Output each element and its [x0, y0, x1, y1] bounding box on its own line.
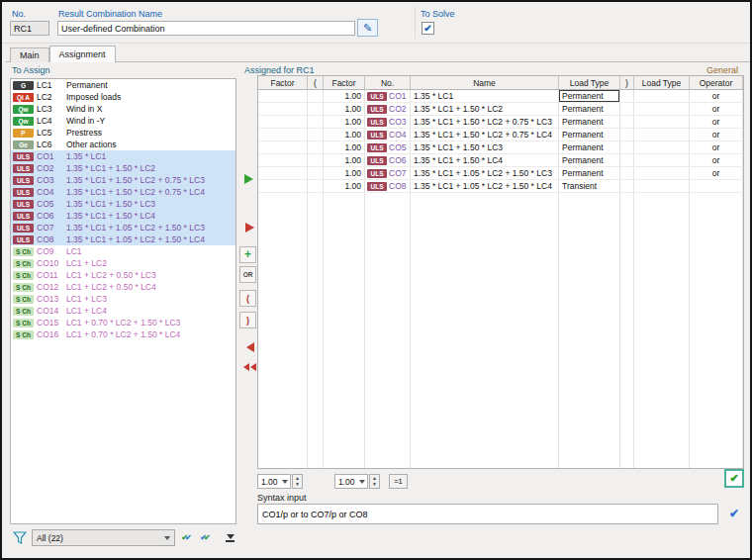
to-assign-item-co12[interactable]: S ChCO12LC1 + LC2 + 0.50 * LC4 [11, 281, 235, 293]
to-assign-item-co8[interactable]: ULSCO81.35 * LC1 + 1.05 * LC2 + 1.50 * L… [11, 233, 235, 245]
open-paren-cell [308, 90, 324, 102]
to-assign-item-co9[interactable]: S ChCO9LC1 [11, 245, 235, 257]
remove-button[interactable] [244, 341, 256, 353]
assigned-row-co5[interactable]: 1.00ULSCO51.35 * LC1 + 1.50 * LC3Permane… [258, 141, 743, 154]
to-assign-item-co10[interactable]: S ChCO10LC1 + LC2 [11, 257, 235, 269]
to-assign-item-co14[interactable]: S ChCO14LC1 + LC4 [11, 305, 235, 317]
load-type-cell[interactable]: Permanent [559, 167, 620, 179]
case-id: CO7 [37, 223, 66, 233]
case-id: LC5 [37, 128, 66, 138]
assigned-row-co7[interactable]: 1.00ULSCO71.35 * LC1 + 1.05 * LC2 + 1.50… [258, 167, 743, 180]
column-header--: ( [308, 76, 324, 89]
tab-main[interactable]: Main [10, 47, 49, 62]
case-description: 1.35 * LC1 + 1.50 * LC3 [66, 199, 235, 209]
load-type-cell[interactable]: Permanent [559, 141, 620, 153]
outer-factor-cell [258, 129, 308, 140]
filter-dropdown[interactable]: All (22) [32, 529, 175, 546]
factor-left-spinner[interactable]: 1.00 [257, 474, 291, 489]
to-assign-item-co1[interactable]: ULSCO11.35 * LC1 [11, 150, 235, 162]
to-assign-item-lc4[interactable]: QwLC4Wind in -Y [11, 115, 235, 127]
to-assign-item-lc3[interactable]: QwLC3Wind in X [11, 103, 235, 115]
remove-all-button[interactable] [240, 361, 258, 373]
scroll-to-bottom-button[interactable] [222, 530, 238, 546]
load-type-cell[interactable]: Permanent [559, 116, 620, 128]
to-assign-item-lc2[interactable]: Qi ALC2Imposed loads [11, 91, 235, 103]
load-type-2-cell [634, 103, 690, 115]
case-description: Other actions [66, 140, 235, 149]
case-id: CO6 [37, 211, 66, 221]
column-header-factor: Factor [324, 76, 365, 89]
add-button[interactable]: + [239, 246, 256, 263]
to-assign-item-co15[interactable]: S ChCO15LC1 + 0.70 * LC2 + 1.50 * LC3 [11, 317, 235, 328]
load-type-cell[interactable]: Permanent [559, 90, 620, 102]
close-paren-cell [620, 103, 634, 115]
factor-right-spinner[interactable]: 1.00 [334, 474, 368, 489]
tab-assignment[interactable]: Assignment [49, 46, 116, 62]
or-operator-button[interactable]: OR [239, 266, 256, 283]
to-assign-item-co7[interactable]: ULSCO71.35 * LC1 + 1.05 * LC2 + 1.50 * L… [11, 222, 235, 233]
category-badge-uls: ULS [367, 156, 387, 165]
load-type-cell[interactable]: Permanent [559, 154, 620, 166]
load-type-2-cell [634, 167, 690, 179]
to-assign-item-co11[interactable]: S ChCO11LC1 + LC2 + 0.50 * LC3 [11, 269, 235, 281]
apply-button[interactable]: ✔ [724, 469, 744, 488]
load-type-2-cell [634, 141, 690, 153]
to-assign-item-lc5[interactable]: PLC5Prestress [11, 127, 235, 139]
to-assign-item-co16[interactable]: S ChCO16LC1 + 0.70 * LC2 + 1.50 * LC4 [11, 328, 235, 340]
syntax-confirm-button[interactable]: ✔ [724, 505, 744, 522]
to-assign-item-co5[interactable]: ULSCO51.35 * LC1 + 1.50 * LC3 [11, 198, 235, 210]
load-type-cell[interactable]: Transient [559, 180, 620, 192]
factor-right-stepper[interactable]: ▲▼ [369, 474, 380, 489]
case-id: CO2 [37, 163, 66, 173]
category-badge-uls: ULS [367, 118, 387, 127]
filter-button[interactable] [10, 529, 30, 546]
case-id: CO15 [37, 318, 66, 327]
combination-id: CO2 [389, 104, 406, 114]
open-paren-button[interactable]: ( [239, 290, 256, 307]
factor-left-stepper[interactable]: ▲▼ [292, 474, 303, 489]
check-icon: ✔ [423, 24, 431, 34]
column-header-load-type: Load Type [634, 76, 690, 89]
combination-id: CO4 [389, 130, 406, 140]
chevron-down-icon [282, 480, 288, 484]
to-assign-item-lc6[interactable]: GeLC6Other actions [11, 139, 235, 150]
assigned-row-co2[interactable]: 1.00ULSCO21.35 * LC1 + 1.50 * LC2Permane… [258, 103, 743, 116]
column-header-factor: Factor [258, 76, 308, 89]
check-all-button[interactable]: ✔✔ [178, 530, 195, 546]
case-id: LC6 [37, 140, 66, 149]
to-solve-checkbox[interactable]: ✔ [422, 22, 434, 35]
sum-equals-one-button[interactable]: =1 [389, 474, 408, 489]
to-assign-item-co4[interactable]: ULSCO41.35 * LC1 + 1.50 * LC2 + 0.75 * L… [11, 186, 235, 198]
syntax-input[interactable] [257, 504, 718, 524]
to-assign-item-co2[interactable]: ULSCO21.35 * LC1 + 1.50 * LC2 [11, 162, 235, 174]
no-cell: ULSCO2 [365, 103, 411, 115]
to-assign-item-lc1[interactable]: GLC1Permanent [11, 79, 235, 91]
assigned-row-co4[interactable]: 1.00ULSCO41.35 * LC1 + 1.50 * LC2 + 0.75… [258, 129, 743, 141]
assigned-row-co6[interactable]: 1.00ULSCO61.35 * LC1 + 1.50 * LC4Permane… [258, 154, 743, 167]
name-cell: 1.35 * LC1 + 1.50 * LC2 [411, 103, 559, 115]
syntax-input-label: Syntax input [257, 493, 307, 503]
assign-right-button[interactable] [242, 221, 256, 234]
load-type-cell[interactable]: Permanent [559, 129, 620, 140]
case-id: CO10 [37, 258, 66, 268]
close-paren-button[interactable]: ) [239, 312, 256, 328]
category-badge-uls: ULS [367, 143, 387, 152]
tab-bar: Main Assignment [10, 46, 116, 62]
assigned-row-co1[interactable]: 1.00ULSCO11.35 * LC1Permanentor [258, 90, 743, 103]
column-header-load-type: Load Type [559, 76, 620, 89]
close-paren-label: ) [246, 316, 249, 326]
name-input[interactable] [57, 21, 355, 36]
case-id: LC3 [37, 104, 66, 114]
case-description: 1.35 * LC1 [66, 151, 235, 161]
assigned-row-co8[interactable]: 1.00ULSCO81.35 * LC1 + 1.05 * LC2 + 1.50… [258, 180, 743, 193]
load-type-2-cell [634, 129, 690, 140]
load-type-cell[interactable]: Permanent [559, 103, 620, 115]
to-assign-item-co3[interactable]: ULSCO31.35 * LC1 + 1.50 * LC2 + 0.75 * L… [11, 174, 235, 186]
edit-name-button[interactable]: ✎ [357, 19, 378, 37]
assigned-row-co3[interactable]: 1.00ULSCO31.35 * LC1 + 1.50 * LC2 + 0.75… [258, 116, 743, 129]
to-assign-item-co13[interactable]: S ChCO13LC1 + LC3 [11, 293, 235, 305]
load-type-2-cell [634, 116, 690, 128]
to-assign-item-co6[interactable]: ULSCO61.35 * LC1 + 1.50 * LC4 [11, 210, 235, 222]
invert-selection-button[interactable]: ✔✔ [197, 530, 214, 546]
no-input[interactable] [10, 21, 49, 36]
